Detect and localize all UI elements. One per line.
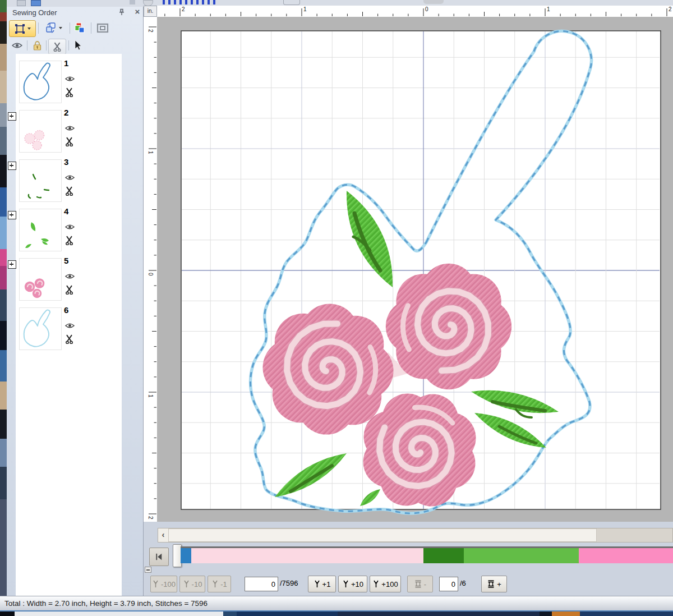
item-thumbnail-outline-top[interactable] — [19, 307, 62, 350]
design-canvas[interactable] — [157, 17, 673, 522]
eye-icon[interactable] — [65, 173, 75, 183]
color-total-label: /6 — [460, 579, 466, 587]
svg-text:1: 1 — [547, 6, 550, 12]
color-order-icon — [75, 22, 86, 34]
current-stitch-input[interactable] — [245, 577, 278, 591]
svg-text:0: 0 — [147, 273, 154, 276]
resequence-button[interactable] — [41, 20, 67, 36]
toolbar-fragment — [423, 0, 444, 4]
expand-plus-icon[interactable] — [8, 112, 16, 121]
stitch-back-100-button[interactable]: -100 — [150, 576, 177, 592]
svg-text:2: 2 — [147, 29, 154, 33]
hoop-icon — [96, 23, 109, 33]
dropdown-caret — [27, 27, 31, 30]
sewing-order-list: 1 2 — [16, 54, 122, 596]
go-to-start-button[interactable] — [149, 548, 169, 566]
scissors-icon[interactable] — [65, 186, 73, 198]
visibility-button[interactable] — [10, 39, 24, 52]
dropdown-caret — [59, 27, 62, 29]
stitch-forward-100-button[interactable]: +100 — [370, 576, 401, 592]
toolbar-fragment — [17, 0, 26, 6]
item-thumbnail-roses[interactable] — [19, 258, 62, 301]
previous-color-button[interactable]: - — [407, 576, 433, 592]
scissors-icon[interactable] — [65, 285, 73, 297]
collapse-handle[interactable] — [145, 567, 151, 573]
progress-segment-dark-green — [423, 548, 464, 563]
svg-text:1: 1 — [303, 6, 307, 12]
item-number: 3 — [64, 157, 68, 167]
expand-plus-icon[interactable] — [8, 260, 16, 269]
trim-button[interactable] — [48, 39, 66, 54]
toolbar-fragment — [31, 0, 41, 6]
toolbar-fragment — [130, 0, 135, 4]
item-thumbnail-underlay[interactable] — [19, 110, 62, 153]
eye-icon[interactable] — [65, 74, 75, 84]
scissors-icon — [53, 42, 62, 52]
scissors-icon[interactable] — [65, 334, 73, 346]
svg-text:2: 2 — [182, 6, 185, 12]
status-text: Total : Width = 2.70 inch, Height = 3.79… — [4, 599, 208, 608]
expand-plus-icon[interactable] — [8, 211, 16, 219]
svg-text:2: 2 — [669, 6, 672, 12]
skip-start-icon — [154, 552, 164, 562]
panel-title: Sewing Order — [12, 8, 57, 17]
vertical-ruler: 21012 — [144, 17, 158, 522]
expand-plus-icon[interactable] — [8, 162, 16, 170]
progress-segment-outline-blue — [181, 548, 191, 563]
item-number: 1 — [64, 58, 68, 68]
next-color-button[interactable]: + — [481, 576, 507, 592]
stitch-back-10-button[interactable]: -10 — [179, 576, 205, 592]
scissors-icon[interactable] — [65, 137, 73, 149]
canvas-bottom-gap — [144, 522, 673, 528]
lock-button[interactable] — [30, 39, 44, 52]
scrollbar-thumb[interactable] — [168, 528, 597, 542]
eye-icon[interactable] — [65, 321, 75, 331]
status-bar: Total : Width = 2.70 inch, Height = 3.79… — [0, 596, 673, 612]
sewing-order-item-4[interactable]: 4 — [16, 202, 122, 251]
scissors-icon[interactable] — [65, 236, 73, 247]
scroll-left-arrow-icon[interactable]: ‹ — [158, 528, 169, 542]
item-thumbnail-leaves[interactable] — [19, 209, 62, 251]
sewing-order-item-6[interactable]: 6 — [16, 301, 122, 350]
toolbar-color-dots — [163, 0, 219, 4]
stitch-color-progress-bar[interactable] — [181, 546, 673, 563]
stitch-forward-10-button[interactable]: +10 — [338, 576, 367, 592]
lock-icon — [33, 40, 42, 50]
sewing-order-item-2[interactable]: 2 — [16, 103, 122, 153]
toolbar-fragment — [283, 0, 300, 5]
eye-icon[interactable] — [65, 222, 75, 232]
sewing-order-item-3[interactable]: 3 — [16, 153, 122, 202]
scissors-icon[interactable] — [65, 88, 73, 99]
item-number: 6 — [64, 305, 68, 315]
item-thumbnail-outline[interactable] — [19, 61, 62, 103]
close-icon[interactable]: × — [132, 7, 142, 17]
taskbar-strip — [0, 612, 673, 616]
eye-icon[interactable] — [65, 272, 75, 282]
item-thumbnail-leaf-detail[interactable] — [19, 159, 62, 202]
desktop-wallpaper-strip — [0, 0, 7, 596]
progress-segment-green — [464, 548, 579, 563]
fit-selection-button[interactable] — [9, 20, 36, 37]
stitch-forward-1-button[interactable]: +1 — [308, 576, 336, 592]
pin-icon[interactable] — [118, 8, 127, 17]
item-number: 5 — [64, 256, 68, 265]
cursor-icon — [75, 40, 82, 50]
stitch-back-1-button[interactable]: -1 — [208, 576, 231, 592]
svg-text:2: 2 — [147, 516, 154, 520]
eye-icon[interactable] — [65, 123, 75, 134]
current-color-input[interactable] — [439, 577, 458, 591]
item-number: 2 — [64, 108, 68, 117]
resequence-icon — [45, 22, 57, 34]
hoop-button[interactable] — [94, 20, 111, 36]
sewing-order-item-1[interactable]: 1 — [16, 54, 122, 103]
application-window: Sewing Order × — [0, 0, 673, 616]
svg-text:0: 0 — [425, 6, 428, 12]
panel-toolbar-row1 — [7, 20, 143, 38]
sewing-order-item-5[interactable]: 5 — [16, 251, 122, 301]
progress-segment-bright-pink — [579, 548, 673, 563]
panel-titlebar: Sewing Order × — [7, 7, 143, 19]
color-order-button[interactable] — [73, 20, 87, 36]
ruler-unit-label: in. — [144, 6, 157, 17]
select-arrow-button[interactable] — [72, 39, 84, 52]
horizontal-scrollbar[interactable]: ‹ — [158, 528, 673, 543]
